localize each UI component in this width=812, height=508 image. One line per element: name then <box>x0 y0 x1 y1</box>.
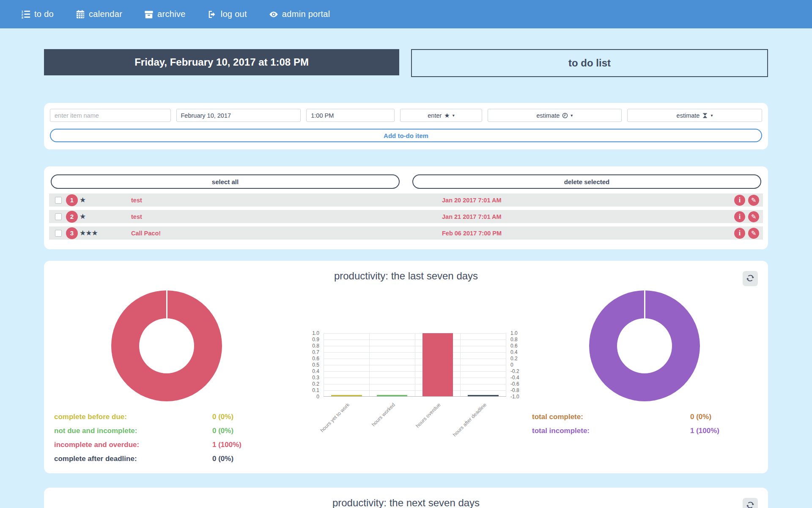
nav-item-label: admin portal <box>282 9 330 19</box>
bar-chart-right-axis: 1.00.80.60.40.20-0.2-0.4-0.6-0.8-1.0 <box>510 333 531 397</box>
estimate-hours-dropdown[interactable]: estimate ▾ <box>627 109 762 122</box>
bar-chart-plot <box>324 333 506 397</box>
todo-title: Call Paco! <box>131 230 161 237</box>
totals-legend: total complete: 0 (0%) total incomplete:… <box>532 410 719 438</box>
hourglass-icon <box>702 113 708 119</box>
nav-item-label: to do <box>34 9 54 19</box>
add-item-form-row: enter ★ ▾ estimate ▾ estimate ▾ <box>50 109 762 122</box>
todo-title: test <box>131 197 142 204</box>
list-actions-row: select all delete selected <box>51 174 761 189</box>
bar-chart-xlabels: hours yet to workhours workedhours overd… <box>324 397 506 437</box>
nav-item-label: log out <box>221 9 247 19</box>
panel-title: productivity: the last seven days <box>44 270 768 282</box>
legend-value: 0 (0%) <box>212 413 241 421</box>
priority-dropdown[interactable]: enter ★ ▾ <box>400 109 482 122</box>
item-date-input[interactable] <box>176 109 301 122</box>
row-checkbox[interactable] <box>55 230 62 237</box>
todo-due-date: Jan 21 2017 7:01 AM <box>442 213 502 220</box>
priority-stars: ★ <box>80 196 109 204</box>
info-icon[interactable]: i <box>734 228 745 239</box>
select-all-button[interactable]: select all <box>51 174 400 189</box>
svg-text:3: 3 <box>21 16 23 19</box>
nav-item-admin-portal[interactable]: admin portal <box>269 9 330 19</box>
list-ol-icon: 123 <box>21 10 30 19</box>
chevron-down-icon: ▾ <box>710 113 713 118</box>
items-legend: complete before due: 0 (0%) not due and … <box>54 410 241 466</box>
nav-item-todo[interactable]: 123 to do <box>21 9 54 19</box>
legend-label: incomplete and overdue: <box>54 441 212 449</box>
star-icon: ★ <box>444 112 450 119</box>
refresh-button[interactable] <box>743 271 758 286</box>
delete-selected-button[interactable]: delete selected <box>412 174 761 189</box>
refresh-button[interactable] <box>743 498 758 508</box>
table-row: 2 ★ test Jan 21 2017 7:01 AM i ✎ <box>49 210 763 223</box>
refresh-icon <box>746 501 754 508</box>
todo-due-date: Feb 06 2017 7:00 PM <box>442 230 502 237</box>
current-datetime: Friday, February 10, 2017 at 1:08 PM <box>44 49 399 75</box>
bar-chart-left-axis: 1.00.90.80.70.60.50.40.30.20.10 <box>299 333 319 397</box>
nav-item-label: calendar <box>89 9 122 19</box>
page-title: to do list <box>411 49 768 77</box>
item-name-input[interactable] <box>50 109 171 122</box>
archive-icon <box>144 10 154 19</box>
donut-chart-items <box>111 290 222 401</box>
row-checkbox[interactable] <box>55 213 62 220</box>
add-item-panel: enter ★ ▾ estimate ▾ estimate ▾ Add to-d… <box>44 103 768 149</box>
pencil-icon[interactable]: ✎ <box>748 211 759 222</box>
legend-value: 0 (0%) <box>212 455 241 463</box>
nav-item-calendar[interactable]: calendar <box>76 9 122 19</box>
item-time-input[interactable] <box>306 109 395 122</box>
todo-due-date: Jan 20 2017 7:01 AM <box>442 197 502 204</box>
productivity-next-panel: productivity: the next seven days <box>44 488 768 508</box>
row-number-badge: 2 <box>66 211 78 223</box>
legend-value: 1 (100%) <box>690 427 719 435</box>
legend-label: total complete: <box>532 413 690 421</box>
priority-dropdown-label: enter <box>428 112 442 119</box>
legend-label: not due and incomplete: <box>54 427 212 435</box>
chevron-down-icon: ▾ <box>571 113 573 118</box>
estimate-hours-dropdown-label: estimate <box>677 112 700 119</box>
clock-icon <box>562 113 568 119</box>
legend-label: total incomplete: <box>532 427 690 435</box>
priority-stars: ★★★ <box>80 229 109 237</box>
calendar-icon <box>76 10 85 19</box>
legend-value: 1 (100%) <box>212 441 241 449</box>
estimate-time-dropdown-label: estimate <box>537 112 560 119</box>
legend-label: complete before due: <box>54 413 212 421</box>
todo-title: test <box>131 213 142 220</box>
nav-item-archive[interactable]: archive <box>144 9 186 19</box>
table-row: 3 ★★★ Call Paco! Feb 06 2017 7:00 PM i ✎ <box>49 226 763 240</box>
priority-stars: ★ <box>80 212 109 221</box>
panel-title: productivity: the next seven days <box>44 497 768 508</box>
todo-list-panel: select all delete selected 1 ★ test Jan … <box>44 166 768 249</box>
row-number-badge: 1 <box>66 194 78 206</box>
row-number-badge: 3 <box>66 227 78 239</box>
nav-item-logout[interactable]: log out <box>208 9 247 19</box>
info-icon[interactable]: i <box>734 195 745 206</box>
bar-chart: 1.00.90.80.70.60.50.40.30.20.10 1.00.80.… <box>324 333 506 397</box>
pencil-icon[interactable]: ✎ <box>748 195 759 206</box>
header-row: Friday, February 10, 2017 at 1:08 PM to … <box>44 49 768 77</box>
nav-item-label: archive <box>157 9 186 19</box>
productivity-last-panel: productivity: the last seven days 1.00.9… <box>44 261 768 473</box>
table-row: 1 ★ test Jan 20 2017 7:01 AM i ✎ <box>49 193 763 207</box>
estimate-time-dropdown[interactable]: estimate ▾ <box>488 109 622 122</box>
legend-label: complete after deadline: <box>54 455 212 463</box>
refresh-icon <box>746 274 754 284</box>
donut-chart-totals <box>589 290 700 401</box>
pencil-icon[interactable]: ✎ <box>748 228 759 239</box>
sign-out-icon <box>208 10 217 19</box>
legend-value: 0 (0%) <box>212 427 241 435</box>
navbar: 123 to do calendar archive log out admin… <box>0 0 812 28</box>
chevron-down-icon: ▾ <box>453 113 455 118</box>
info-icon[interactable]: i <box>734 211 745 222</box>
eye-icon <box>269 10 278 19</box>
row-checkbox[interactable] <box>55 197 62 204</box>
add-todo-button[interactable]: Add to-do item <box>50 129 762 142</box>
legend-value: 0 (0%) <box>690 413 719 421</box>
